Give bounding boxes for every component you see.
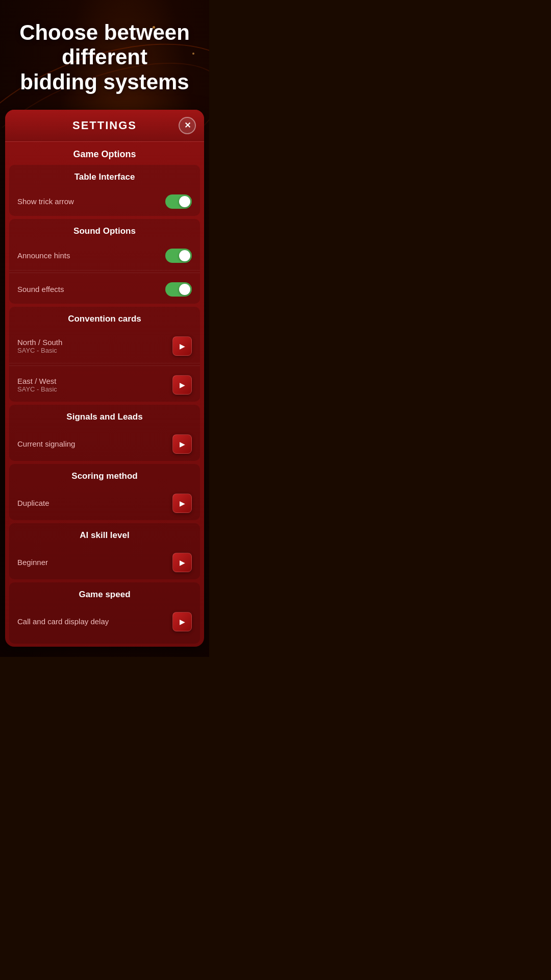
convention-cards-header: Convention cards — [9, 307, 200, 329]
ai-skill-level-header: AI skill level — [9, 523, 200, 546]
settings-header: SETTINGS ✕ — [5, 110, 204, 142]
call-card-delay-arrow-button[interactable] — [172, 612, 192, 631]
row-show-trick-arrow: Show trick arrow — [9, 187, 200, 216]
announce-hints-label: Announce hints — [17, 251, 70, 260]
game-speed-header: Game speed — [9, 582, 200, 605]
section-ai-skill-level: AI skill level Beginner — [9, 523, 200, 579]
settings-title: SETTINGS — [72, 119, 137, 132]
sound-effects-toggle[interactable] — [165, 282, 192, 297]
north-south-sublabel: SAYC - Basic — [17, 347, 62, 354]
sound-options-header: Sound Options — [9, 219, 200, 241]
section-table-interface: Table Interface Show trick arrow — [9, 165, 200, 216]
east-west-labels: East / West SAYC - Basic — [17, 377, 57, 393]
beginner-arrow-button[interactable] — [172, 553, 192, 572]
signals-leads-header: Signals and Leads — [9, 405, 200, 427]
show-trick-arrow-label: Show trick arrow — [17, 197, 74, 206]
row-sound-effects: Sound effects — [9, 275, 200, 304]
north-south-labels: North / South SAYC - Basic — [17, 338, 62, 354]
row-call-card-delay: Call and card display delay — [9, 605, 200, 639]
north-south-arrow-button[interactable] — [172, 336, 192, 356]
section-signals-leads: Signals and Leads Current signaling — [9, 405, 200, 461]
row-east-west: East / West SAYC - Basic — [9, 368, 200, 402]
row-north-south: North / South SAYC - Basic — [9, 329, 200, 363]
duplicate-label: Duplicate — [17, 499, 49, 507]
toggle-knob — [179, 284, 190, 295]
game-options-label: Game Options — [5, 142, 204, 165]
divider — [9, 365, 200, 366]
current-signaling-arrow-button[interactable] — [172, 434, 192, 454]
table-interface-header: Table Interface — [9, 165, 200, 187]
beginner-label: Beginner — [17, 558, 48, 567]
section-convention-cards: Convention cards North / South SAYC - Ba… — [9, 307, 200, 402]
toggle-knob — [179, 196, 190, 207]
section-game-speed: Game speed Call and card display delay — [9, 582, 200, 644]
divider — [9, 273, 200, 273]
announce-hints-toggle[interactable] — [165, 249, 192, 263]
call-card-delay-label: Call and card display delay — [17, 617, 109, 626]
hero-line1: Choose between — [19, 20, 190, 44]
row-current-signaling: Current signaling — [9, 427, 200, 461]
north-south-label: North / South — [17, 338, 62, 347]
row-beginner: Beginner — [9, 546, 200, 579]
current-signaling-label: Current signaling — [17, 439, 75, 448]
section-sound-options: Sound Options Announce hints Sound effec… — [9, 219, 200, 304]
east-west-sublabel: SAYC - Basic — [17, 385, 57, 393]
row-announce-hints: Announce hints — [9, 241, 200, 271]
hero-line3: bidding systems — [20, 70, 189, 94]
show-trick-arrow-toggle[interactable] — [165, 194, 192, 209]
hero-line2: different — [62, 45, 147, 69]
section-scoring-method: Scoring method Duplicate — [9, 464, 200, 520]
duplicate-arrow-button[interactable] — [172, 494, 192, 513]
east-west-arrow-button[interactable] — [172, 375, 192, 395]
close-button[interactable]: ✕ — [179, 117, 196, 134]
scoring-method-header: Scoring method — [9, 464, 200, 486]
toggle-knob — [179, 250, 190, 261]
east-west-label: East / West — [17, 377, 57, 385]
settings-card: SETTINGS ✕ Game Options Table Interface … — [5, 110, 204, 647]
hero-text: Choose between different bidding systems — [0, 0, 209, 110]
sound-effects-label: Sound effects — [17, 285, 64, 293]
row-duplicate: Duplicate — [9, 486, 200, 520]
